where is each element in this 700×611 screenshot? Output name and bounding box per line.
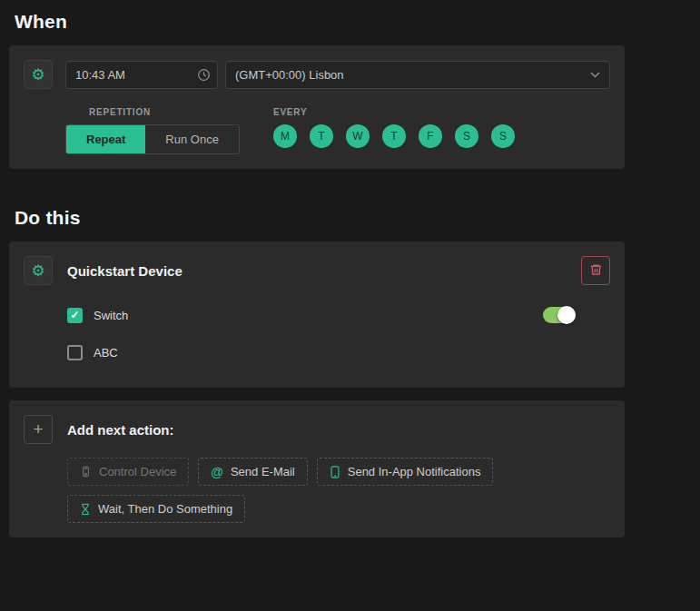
action-wait-then-do[interactable]: Wait, Then Do Something	[67, 495, 245, 523]
day-button-wednesday[interactable]: W	[346, 124, 370, 148]
add-next-action-card: + Add next action: Control Device	[9, 400, 625, 537]
hourglass-icon	[80, 503, 91, 516]
control-device-icon	[80, 466, 92, 478]
device-option-row-abc: ABC	[67, 345, 610, 360]
device-card-title: Quickstart Device	[67, 263, 182, 279]
time-input[interactable]	[65, 61, 218, 89]
trigger-settings-button[interactable]: ⚙	[24, 60, 53, 89]
timezone-select[interactable]: (GMT+00:00) Lisbon	[225, 61, 610, 89]
repeat-button[interactable]: Repeat	[66, 125, 145, 153]
action-send-email[interactable]: @ Send E-Mail	[198, 458, 307, 486]
day-button-friday[interactable]: F	[419, 124, 442, 148]
run-once-button[interactable]: Run Once	[145, 125, 239, 153]
delete-action-button[interactable]	[581, 256, 610, 285]
time-field	[65, 61, 218, 89]
action-label: Wait, Then Do Something	[98, 502, 232, 516]
add-card-header: + Add next action:	[24, 415, 610, 444]
timezone-value: (GMT+00:00) Lisbon	[235, 68, 344, 82]
add-next-action-title: Add next action:	[67, 422, 174, 438]
action-label: Send In-App Notifications	[348, 465, 481, 478]
every-group: EVERY M T W T F S S	[273, 107, 515, 148]
email-at-icon: @	[211, 465, 223, 479]
every-label: EVERY	[273, 107, 515, 117]
gear-icon: ⚙	[31, 261, 44, 281]
weekday-selector: M T W T F S S	[273, 124, 515, 148]
repetition-label: REPETITION	[89, 107, 240, 117]
phone-icon	[330, 466, 340, 478]
device-action-card: ⚙ Quickstart Device ✓ Swit	[9, 241, 625, 388]
trash-icon	[589, 262, 603, 280]
do-this-section-title: Do this	[15, 207, 700, 229]
device-option-row-switch: ✓ Switch	[67, 307, 610, 323]
switch-checkbox[interactable]: ✓	[67, 308, 83, 323]
device-settings-button[interactable]: ⚙	[24, 256, 53, 285]
switch-toggle[interactable]	[543, 307, 576, 323]
do-this-section: Do this ⚙ Quickstart Device	[0, 207, 700, 537]
gear-icon: ⚙	[31, 65, 44, 84]
toggle-knob	[557, 306, 576, 324]
action-label: Send E-Mail	[231, 465, 295, 478]
chevron-down-icon	[590, 72, 600, 78]
day-button-saturday[interactable]: S	[455, 124, 478, 148]
day-button-thursday[interactable]: T	[382, 124, 406, 148]
action-send-inapp-notifications[interactable]: Send In-App Notifications	[317, 458, 494, 486]
action-control-device[interactable]: Control Device	[67, 458, 189, 486]
day-button-monday[interactable]: M	[273, 124, 297, 148]
plus-icon: +	[33, 419, 43, 439]
day-button-sunday[interactable]: S	[491, 124, 515, 148]
abc-label: ABC	[94, 346, 118, 360]
when-section-title: When	[15, 11, 700, 33]
action-label: Control Device	[99, 465, 176, 478]
repetition-group: REPETITION Repeat Run Once	[65, 107, 240, 154]
when-section: When ⚙ (GMT+00:00) Lisbon	[0, 11, 700, 169]
day-button-tuesday[interactable]: T	[310, 124, 333, 148]
device-card-header: ⚙ Quickstart Device	[24, 256, 610, 285]
add-action-button[interactable]: +	[24, 415, 53, 444]
repetition-toggle-group: Repeat Run Once	[65, 124, 240, 154]
switch-label: Switch	[94, 309, 128, 322]
abc-checkbox[interactable]	[67, 345, 83, 360]
action-buttons: Control Device @ Send E-Mail Send In-App…	[67, 458, 581, 523]
automation-editor: When ⚙ (GMT+00:00) Lisbon	[0, 0, 700, 537]
schedule-trigger-card: ⚙ (GMT+00:00) Lisbon	[9, 45, 625, 169]
schedule-bottom-row: REPETITION Repeat Run Once EVERY M T W T…	[24, 107, 610, 154]
schedule-top-row: ⚙ (GMT+00:00) Lisbon	[24, 60, 610, 89]
